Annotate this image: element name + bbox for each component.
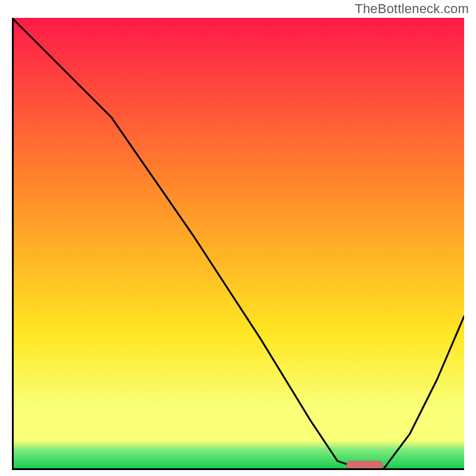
optimum-marker [346,461,383,469]
watermark-text: TheBottleneck.com [355,1,469,17]
bottleneck-chart [12,18,464,470]
chart-svg [12,18,464,470]
